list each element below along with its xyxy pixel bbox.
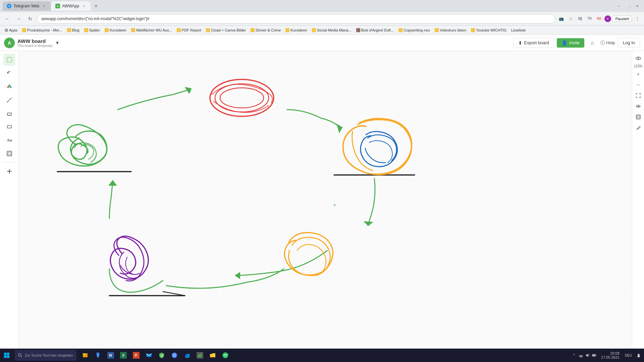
board-title[interactable]: AWW board [17, 38, 53, 44]
bookmark-produktsuche[interactable]: Produktsuche - Mer... [20, 27, 64, 33]
tray-network-icon[interactable] [578, 353, 584, 358]
bookmark-kursideen[interactable]: Kursideen [103, 27, 128, 33]
url-bar[interactable]: awwapp.com/home#dis=["no-init-modal"%2C"… [37, 14, 555, 23]
login-button[interactable]: Log In [618, 38, 640, 48]
tab-awwapp-close[interactable]: × [81, 3, 87, 9]
bookmark-star-icon[interactable]: ☆ [567, 15, 575, 23]
powerpoint-icon: P [133, 352, 140, 359]
bookmark-leseliste[interactable]: Leseliste [509, 27, 528, 33]
tool-color[interactable] [3, 80, 15, 93]
tab-telegram[interactable]: ✈ Telegram Web × [3, 1, 51, 11]
pausiert-button[interactable]: Pausiert [612, 16, 632, 22]
bookmark-wahlfacher[interactable]: Wahlfächer WU Aus... [129, 27, 174, 33]
translate-icon[interactable]: TR [586, 15, 594, 23]
tray-up-icon[interactable]: ^ [572, 353, 577, 358]
taskbar-app-folder[interactable] [207, 349, 219, 361]
tray-time: 20:08 [610, 351, 620, 355]
tray-battery-icon[interactable] [592, 353, 597, 358]
bookmark-apps[interactable]: ⊞ Apps [3, 27, 19, 33]
marker-button[interactable] [634, 123, 643, 132]
zoom-out-button[interactable]: − [634, 80, 643, 89]
tab-awwapp-label: AWWApp [62, 4, 79, 8]
bookmark-pdf[interactable]: PDF Report [175, 27, 203, 33]
taskbar-app-analyzer[interactable] [194, 349, 206, 361]
bookmark-produktsuche-label: Produktsuche - Mer... [27, 28, 62, 32]
taskbar-app-mail[interactable] [143, 349, 155, 361]
bookmark-bois[interactable]: Bois d'Argent Duft... [354, 27, 396, 33]
taskbar-app-excel[interactable]: X [117, 349, 129, 361]
user-avatar-icon[interactable]: P [604, 15, 611, 22]
bookmark-kursideen2[interactable]: Kursideen [283, 27, 309, 33]
battery-icon [592, 353, 597, 358]
taskbar-app-word[interactable]: W [105, 349, 117, 361]
app-toolbar: A AWW board This board is temporary ▾ ⬇ … [0, 35, 644, 51]
invite-button[interactable]: 👤 Invite [557, 38, 584, 48]
home-button[interactable]: ⌂ [587, 38, 598, 48]
bookmark-spater[interactable]: Später [82, 27, 102, 33]
main-area: Aa [0, 51, 644, 349]
export-board-button[interactable]: ⬇ Export board [513, 38, 554, 48]
download-icon: ⬇ [518, 40, 522, 46]
taskbar-app-chrome[interactable] [168, 349, 180, 361]
visibility-toggle[interactable] [634, 54, 643, 63]
edge-icon [184, 352, 191, 359]
tool-frame[interactable] [3, 147, 15, 160]
nav-forward-button[interactable]: → [14, 14, 23, 23]
taskbar-app-edge[interactable] [181, 349, 193, 361]
screen-cast-icon[interactable]: 📺 [557, 15, 566, 23]
new-tab-button[interactable]: + [91, 1, 101, 11]
zoom-in-button[interactable]: + [634, 69, 643, 79]
tool-shape[interactable] [3, 121, 15, 133]
canvas-area[interactable]: + [19, 51, 632, 349]
svg-rect-34 [4, 356, 7, 358]
bookmark-videokurs[interactable]: Videokurs Ideen [433, 27, 468, 33]
bookmark-youtube[interactable]: Youtube WICHTIG [469, 27, 508, 33]
adblock-icon[interactable]: AB [595, 15, 603, 23]
tray-clock[interactable]: 20:08 17.05.2021 [600, 351, 621, 359]
board-chevron-button[interactable]: ▾ [54, 40, 61, 46]
url-text: awwapp.com/home#dis=["no-init-modal"%2C"… [41, 16, 149, 21]
extensions-icon[interactable]: ⋮ [633, 15, 641, 23]
nav-back-button[interactable]: ← [3, 14, 12, 23]
tool-undo[interactable] [3, 67, 15, 79]
taskbar-app-files[interactable] [79, 349, 91, 361]
bois-favicon [356, 28, 360, 32]
taskbar-app-powerpoint[interactable]: P [130, 349, 142, 361]
bookmark-cload[interactable]: Cload + Canva Bilder [204, 27, 248, 33]
window-controls: − ⬜ × [614, 2, 641, 10]
help-button[interactable]: ⓘ Help [600, 40, 615, 46]
fit-screen-button[interactable] [634, 91, 643, 100]
board-subtitle: This board is temporary [17, 44, 53, 48]
bookmark-blog[interactable]: Blog [65, 27, 82, 33]
taskbar-search-bar[interactable]: Zur Suche Text hier eingeben [15, 350, 76, 361]
iq-extension-icon[interactable]: IQ [576, 15, 584, 23]
nav-refresh-button[interactable]: ↻ [25, 14, 35, 23]
color-picker-icon [6, 83, 12, 89]
mail-icon [146, 352, 152, 359]
start-button[interactable] [0, 349, 13, 362]
cursor-plus: + [333, 202, 337, 208]
move-button[interactable] [634, 102, 643, 111]
window-close[interactable]: × [633, 2, 641, 10]
window-maximize[interactable]: ⬜ [624, 2, 632, 10]
spotify-icon [222, 352, 229, 359]
tool-add[interactable] [3, 165, 15, 177]
tool-select[interactable] [3, 54, 15, 66]
bookmarks-bar: ⊞ Apps Produktsuche - Mer... Blog Später… [0, 25, 644, 35]
tray-volume-icon[interactable] [585, 353, 590, 358]
tray-language[interactable]: DEU [624, 354, 633, 357]
tool-eraser[interactable] [3, 107, 15, 119]
window-minimize[interactable]: − [614, 2, 623, 10]
tab-awwapp[interactable]: A AWWApp × [51, 1, 91, 11]
fullscreen-button[interactable] [634, 112, 643, 122]
taskbar-app-pinned[interactable] [92, 349, 104, 361]
taskbar-app-security[interactable] [156, 349, 168, 361]
tray-notification-icon[interactable] [636, 353, 641, 358]
tool-text[interactable]: Aa [3, 134, 15, 146]
bookmark-dinner[interactable]: Dinner & Crime [249, 27, 283, 33]
tool-pen[interactable] [3, 94, 15, 106]
bookmark-copywriting[interactable]: Copywriting neu [396, 27, 432, 33]
tab-telegram-close[interactable]: × [41, 3, 47, 9]
bookmark-social[interactable]: Social Media Mana... [310, 27, 354, 33]
taskbar-app-spotify[interactable] [219, 349, 231, 361]
